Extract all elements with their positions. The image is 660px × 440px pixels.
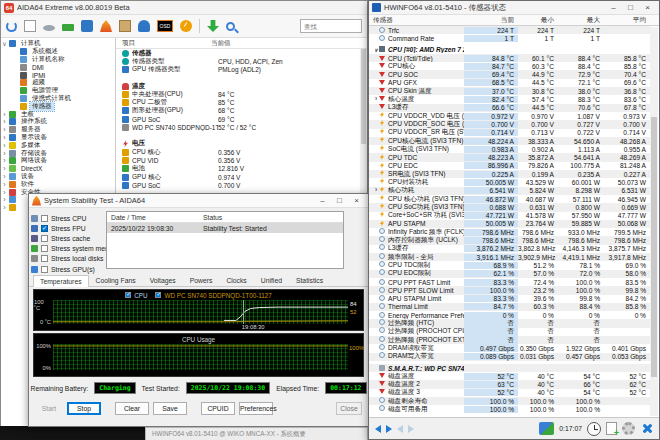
- user-icon[interactable]: [138, 20, 150, 32]
- column-header-min[interactable]: 最小: [518, 16, 558, 25]
- sensor-info-row[interactable]: GPU 传感器类型 PMLog (ADL2): [116, 66, 367, 74]
- download-icon[interactable]: [207, 20, 219, 32]
- sensor-row[interactable]: CPU EDC限制 62.1 % 57.0 % 72.0 % 58.0 %: [369, 270, 650, 278]
- column-header-item[interactable]: 项目: [116, 39, 211, 48]
- sensor-row[interactable]: Trfc 224 T 224 T 224 T: [369, 26, 650, 34]
- close-button[interactable]: ×: [639, 1, 656, 14]
- sidebar-tree-item[interactable]: 计算机名称: [1, 56, 115, 64]
- stress-checkbox[interactable]: [41, 266, 48, 273]
- hwinfo-scrollbar[interactable]: [650, 27, 658, 416]
- sensor-row[interactable]: CPU PPT FAST Limit 83.3 % 72.4 % 100.0 %…: [369, 278, 650, 286]
- sensor-info-row[interactable]: GPU 核心 0.974 V: [116, 173, 367, 181]
- column-header-sensor[interactable]: 传感器: [369, 16, 464, 25]
- osd-icon[interactable]: OSD: [157, 20, 173, 32]
- dialog-button[interactable]: Clear: [115, 402, 149, 415]
- sensor-row[interactable]: APU STAPM Limit 83.3 % 39.6 % 99.8 % 84.…: [369, 295, 650, 303]
- column-header-avg[interactable]: 平均: [604, 16, 650, 25]
- scrollbar-thumb[interactable]: [651, 117, 657, 377]
- sensor-info-row[interactable]: GPU SoC 0.700 V: [116, 181, 367, 189]
- sensor-row[interactable]: CPU SOC 69.4 °C 44.9 °C 72.9 °C 70.4 °C: [369, 70, 650, 78]
- sensor-row[interactable]: CPU [#0]: AMD Ryzen 7 255: Enhanced: [369, 46, 650, 54]
- column-header-max[interactable]: 最大: [558, 16, 604, 25]
- dialog-button[interactable]: Save: [153, 402, 187, 415]
- close-button[interactable]: ×: [348, 194, 365, 207]
- tab[interactable]: Clocks: [219, 274, 253, 286]
- device-icon[interactable]: [43, 25, 55, 31]
- scrollbar-thumb[interactable]: [361, 49, 366, 144]
- settings-gear-icon[interactable]: [622, 422, 635, 435]
- tree-expander-icon[interactable]: [1, 142, 8, 149]
- sensor-row[interactable]: Command Rate 1 T 1 T 1 T: [369, 34, 650, 42]
- legend-checkbox[interactable]: [125, 292, 131, 298]
- stress-checkbox[interactable]: [41, 245, 48, 252]
- sensor-row[interactable]: DRAM写入带宽 0.089 Gbps 0.031 Gbps 0.457 Gbp…: [369, 353, 650, 361]
- tree-expander-icon[interactable]: [1, 150, 8, 157]
- sensor-row[interactable]: CPU PPT SLOW Limit 100.0 % 23.2 % 100.0 …: [369, 286, 650, 294]
- tab[interactable]: Statistics: [289, 274, 330, 286]
- legend-checkbox[interactable]: [155, 292, 161, 298]
- hwinfo-summary-window-titlebar[interactable]: HWiNFO64 v8.01-5410 @ WIKO MNCA-XX - 系统概…: [145, 427, 368, 440]
- add-report-icon[interactable]: [606, 422, 617, 435]
- minimize-button[interactable]: –: [314, 194, 331, 207]
- nav-forward-icon[interactable]: [386, 425, 392, 433]
- stress-checkbox[interactable]: [41, 215, 48, 222]
- report-icon[interactable]: [24, 20, 36, 32]
- stress-checkbox[interactable]: [41, 225, 48, 232]
- flame-icon[interactable]: [100, 20, 112, 32]
- sensor-info-row[interactable]: GPU SoC 69 °C: [116, 115, 367, 123]
- memory-icon[interactable]: [62, 24, 74, 31]
- tab[interactable]: Temperatures: [33, 275, 89, 287]
- maximize-button[interactable]: □: [622, 1, 639, 14]
- sidebar-tree-item[interactable]: 网络设备: [1, 157, 115, 165]
- package-icon[interactable]: [119, 20, 131, 32]
- display-icon[interactable]: [81, 20, 93, 32]
- sidebar-tree-item[interactable]: DMI: [1, 63, 115, 71]
- dialog-button[interactable]: Stop: [67, 402, 101, 415]
- log-col-datetime[interactable]: Date / Time: [107, 214, 203, 221]
- stress-checkbox[interactable]: [41, 235, 48, 242]
- dialog-button[interactable]: CPUID: [201, 402, 235, 415]
- tree-expander-icon[interactable]: [1, 126, 8, 133]
- tab[interactable]: Cooling Fans: [89, 274, 143, 286]
- log-col-status[interactable]: Status: [203, 214, 222, 221]
- stress-checkbox[interactable]: [41, 255, 48, 262]
- tree-expander-icon[interactable]: [1, 189, 8, 196]
- dialog-button[interactable]: Preferences: [239, 402, 273, 415]
- search-icon[interactable]: [226, 22, 235, 31]
- sensor-row[interactable]: CPU TDC 48.223 A 35.872 A 54.641 A 48.26…: [369, 153, 650, 161]
- sensor-info-row[interactable]: WD PC SN740 SDDPNQD-1T... 52 °C / 52 °C: [116, 123, 367, 131]
- tree-expander-icon[interactable]: [1, 196, 8, 203]
- sensor-info-row[interactable]: CPU 核心 0.356 V: [116, 148, 367, 156]
- sidebar-tree-item[interactable]: 便携式计算机: [1, 95, 115, 103]
- row-expander-icon[interactable]: [373, 186, 379, 193]
- tab[interactable]: Unified: [254, 274, 289, 286]
- tree-expander-icon[interactable]: [1, 204, 8, 211]
- tree-expander-icon[interactable]: [1, 165, 8, 172]
- stability-titlebar[interactable]: System Stability Test - AIDA64 – □ ×: [29, 194, 368, 208]
- refresh-icon[interactable]: [6, 21, 17, 32]
- column-header-current[interactable]: 当前: [464, 16, 518, 25]
- tree-expander-icon[interactable]: [1, 118, 8, 125]
- sensor-info-row[interactable]: 图形处理器(GPU) 68 °C: [116, 107, 367, 115]
- tree-expander-icon[interactable]: [1, 173, 8, 180]
- log-row[interactable]: 2025/10/22 19:08:30 Stability Test: Star…: [107, 223, 343, 233]
- aida64-titlebar[interactable]: 64 AIDA64 Extreme v8.00.8019 Beta: [1, 1, 367, 15]
- dialog-button[interactable]: Close: [336, 402, 362, 415]
- tab[interactable]: Voltages: [143, 274, 183, 286]
- tree-expander-icon[interactable]: [1, 134, 8, 141]
- search-input[interactable]: [300, 19, 362, 33]
- hwinfo-titlebar[interactable]: HWiNFO64 v8.01-5410 - 传感器状态 – □ ×: [369, 1, 659, 15]
- close-x-icon[interactable]: [640, 422, 653, 435]
- sensor-row[interactable]: CPU核心 84.7 °C 60.3 °C 88.4 °C 85.8 °C: [369, 62, 650, 70]
- clock-icon[interactable]: [587, 422, 601, 436]
- tree-expander-icon[interactable]: [1, 40, 8, 47]
- tree-expander-icon[interactable]: [1, 111, 8, 118]
- gauge-icon[interactable]: [180, 20, 192, 32]
- sensor-row[interactable]: 磁盘可用备用 100.0 % 100.0 % 100.0 %: [369, 405, 650, 413]
- sensor-row[interactable]: Core+SoC+SR 功耗 (SVI3 TFN) 47.721 W 41.57…: [369, 212, 650, 220]
- column-header-value[interactable]: 当前值: [211, 39, 231, 48]
- graph-legend-item[interactable]: CPU: [125, 292, 147, 299]
- sensor-row[interactable]: SoC电流 (SVI3 TFN) 0.983 A 0.902 A 1.113 A…: [369, 145, 650, 153]
- graph-legend-item[interactable]: WD PC SN740 SDDPNQD-1T00-1127: [155, 292, 271, 299]
- maximize-button[interactable]: □: [331, 194, 348, 207]
